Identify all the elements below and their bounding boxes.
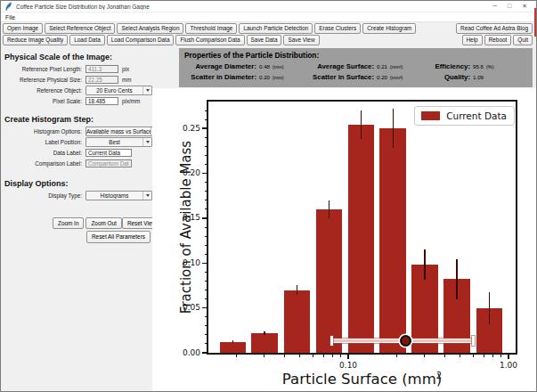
x-minor-tick (284, 355, 285, 357)
field-row-reference-pixel-length: Reference Pixel Length:pix (1, 64, 152, 73)
y-minor-tick (205, 200, 207, 200)
chevron-down-icon (142, 86, 151, 94)
toolbar-button-create-histogram[interactable]: Create Histogram (362, 23, 416, 34)
y-major-tick (202, 127, 207, 129)
toolbar-button-save-view[interactable]: Save View (283, 35, 319, 45)
toolbar-button-launch-particle-detection[interactable]: Launch Particle Detection (239, 23, 313, 34)
menu-item-file[interactable]: File (5, 14, 15, 20)
toolbar-button-quit[interactable]: Quit (513, 35, 533, 45)
range-slider-right-cap[interactable] (472, 336, 475, 346)
toolbar-button-reduce-image-quality[interactable]: Reduce Image Quality (3, 35, 68, 45)
field-row-comparison-label: Comparison Label: (1, 159, 152, 167)
y-minor-tick (205, 191, 207, 192)
window-title: Coffee Particle Size Distribution by Jon… (16, 4, 492, 10)
maximize-icon[interactable]: □ (508, 3, 511, 10)
x-minor-tick (500, 355, 501, 357)
combobox-label-position[interactable]: Best (85, 137, 152, 147)
toolbar-button-erase-clusters[interactable]: Erase Clusters (314, 23, 361, 34)
minimize-icon[interactable]: ─ (492, 3, 497, 10)
close-icon[interactable]: ✕ (522, 3, 527, 10)
chevron-down-icon (142, 192, 151, 200)
y-minor-tick (205, 155, 207, 156)
y-minor-tick (205, 164, 207, 165)
toolbar: Open ImageSelect Reference ObjectSelect … (1, 22, 536, 48)
field-row-reference-physical-size: Reference Physical Size:mm (1, 75, 152, 84)
display-section-heading: Display Options: (4, 179, 152, 188)
field-row-label-position: Label Position:Best (1, 137, 152, 146)
toolbar-button-help[interactable]: Help (462, 35, 483, 45)
histogram-bar (284, 290, 311, 354)
legend-swatch (421, 111, 440, 120)
chevron-down-icon (142, 138, 151, 146)
x-axis-label: Particle Surface (mm2) (282, 371, 442, 388)
toolbar-button-load-comparison-data[interactable]: Load Comparison Data (107, 35, 175, 45)
y-minor-tick (205, 236, 207, 237)
toolbar-button-threshold-image[interactable]: Threshold Image (185, 23, 237, 34)
error-bar (232, 340, 234, 343)
y-minor-tick (205, 325, 207, 326)
view-buttons: Zoom In Zoom Out Reset View Reset All Pa… (1, 217, 152, 243)
menu-bar: File (1, 12, 536, 22)
histogram-bar (379, 128, 406, 353)
error-bar (297, 285, 298, 294)
combobox-value-histogram-options: Available mass vs Surface (86, 128, 151, 135)
x-major-tick (508, 355, 509, 359)
toolbar-button-open-image[interactable]: Open Image (3, 23, 43, 34)
field-unit-reference-pixel-length: pix (122, 66, 129, 72)
toolbar-button-load-data[interactable]: Load Data (69, 35, 105, 45)
field-label-display-type: Display Type: (1, 192, 85, 199)
toolbar-button-save-data[interactable]: Save Data (247, 35, 282, 45)
toolbar-button-select-analysis-region[interactable]: Select Analysis Region (117, 23, 183, 34)
app-window: Coffee Particle Size Distribution by Jon… (0, 0, 537, 392)
range-slider-knob[interactable] (400, 335, 411, 347)
screen-edge-artifact (534, 8, 536, 37)
zoom-out-button[interactable]: Zoom Out (85, 217, 121, 229)
stat-value-scatter-in-surface: 0.20(mm²) (377, 74, 416, 80)
toolbar-row-2: Reduce Image QualityLoad DataLoad Compar… (3, 35, 534, 45)
y-minor-tick (205, 272, 207, 273)
field-unit-pixel-scale: pix/mm (122, 98, 140, 104)
zoom-in-button[interactable]: Zoom In (53, 217, 84, 229)
stat-value-scatter-in-diameter: 0.20(mm) (259, 74, 298, 80)
y-minor-tick (205, 245, 207, 246)
stat-label-scatter-in-diameter: Scatter in Diameter: (184, 73, 259, 81)
toolbar-button-reboot[interactable]: Reboot (484, 35, 512, 45)
y-minor-tick (205, 182, 207, 183)
field-label-data-label: Data Label: (1, 150, 85, 156)
combobox-display-type[interactable]: Histograms (85, 191, 152, 200)
toolbar-row-1: Open ImageSelect Reference ObjectSelect … (3, 23, 534, 34)
properties-heading: Properties of the Particle Distribution: (184, 51, 527, 60)
x-major-tick (347, 355, 349, 359)
range-slider-left-cap[interactable] (330, 336, 333, 346)
legend-label: Current Data (446, 110, 507, 121)
field-label-histogram-options: Histogram Options: (1, 128, 85, 135)
toolbar-button-select-reference-object[interactable]: Select Reference Object (45, 23, 115, 34)
toolbar-button-flush-comparison-data[interactable]: Flush Comparison Data (175, 35, 244, 45)
x-tick-label: 1.00 (498, 361, 519, 371)
entry-comparison-label (85, 159, 132, 167)
error-bar (264, 331, 265, 335)
stat-unit-efficiency: (%) (486, 64, 493, 69)
combobox-reference-object[interactable]: 20 Euro Cents (85, 86, 152, 95)
error-bar (329, 200, 330, 218)
field-label-reference-object: Reference Object: (1, 87, 85, 94)
histogram-bar (220, 342, 247, 353)
error-bar (424, 249, 426, 280)
stat-value-efficiency: 95.6(%) (473, 63, 512, 69)
chart-canvas[interactable]: 0.101.000.000.050.100.150.200.25Fraction… (152, 88, 537, 392)
combobox-histogram-options[interactable]: Available mass vs Surface (85, 127, 160, 136)
reset-all-parameters-button[interactable]: Reset All Parameters (86, 231, 151, 242)
field-label-reference-pixel-length: Reference Pixel Length: (1, 66, 85, 72)
x-minor-tick (492, 355, 493, 357)
field-row-pixel-scale: Pixel Scale:pix/mm (1, 96, 152, 105)
entry-reference-pixel-length (85, 65, 118, 73)
y-minor-tick (205, 146, 207, 147)
toolbar-button-read-coffee-ad-astra-blog[interactable]: Read Coffee Ad Astra Blog (456, 23, 533, 34)
stat-label-efficiency: Efficiency: (416, 62, 473, 70)
entry-data-label[interactable] (85, 149, 132, 157)
y-major-tick (202, 217, 207, 219)
x-minor-tick (396, 355, 397, 357)
stat-unit-scatter-in-diameter: (mm) (273, 75, 284, 80)
y-minor-tick (205, 137, 207, 138)
entry-pixel-scale[interactable] (85, 97, 118, 105)
